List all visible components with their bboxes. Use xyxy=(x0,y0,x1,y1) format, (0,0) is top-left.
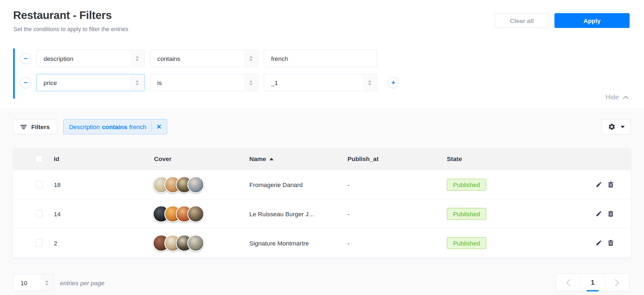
edit-icon[interactable] xyxy=(596,210,602,217)
prev-page-button[interactable] xyxy=(556,274,580,291)
filter-tag-value: french xyxy=(129,123,146,130)
filter-icon xyxy=(21,125,27,129)
filter-group-bar xyxy=(13,48,15,99)
page-title: Restaurant - Filters xyxy=(13,9,112,22)
delete-icon[interactable] xyxy=(607,181,614,188)
active-page-indicator xyxy=(587,290,599,291)
filter-field-select[interactable]: description xyxy=(36,50,145,67)
select-spinner-icon xyxy=(363,75,376,90)
cover-image xyxy=(187,234,204,251)
tag-divider xyxy=(151,123,152,131)
filter-field-value: description xyxy=(44,55,73,62)
filter-operator-select[interactable]: is xyxy=(150,74,258,91)
header-actions: Clear all Apply xyxy=(495,13,630,28)
cell-id: 14 xyxy=(54,210,154,217)
filter-value-input[interactable] xyxy=(264,50,377,67)
list-view: Filters Description contains french × xyxy=(0,109,644,295)
header-cell-id[interactable]: Id xyxy=(54,155,154,162)
hide-filters-link[interactable]: Hide xyxy=(605,94,629,101)
table-row[interactable]: 14 Le Ruisseau Burger J… - Published xyxy=(13,199,631,228)
header-cell-cover[interactable]: Cover xyxy=(154,155,249,162)
filters-panel: Restaurant - Filters Set the conditions … xyxy=(0,0,644,109)
hide-label: Hide xyxy=(605,94,619,101)
cell-id: 18 xyxy=(54,181,154,188)
entries-table: Id Cover Name Publish_at State 18 Fromag… xyxy=(13,148,631,257)
row-checkbox[interactable] xyxy=(35,210,43,217)
status-badge: Published xyxy=(447,237,486,249)
chevron-up-icon xyxy=(623,95,629,99)
table-header-row: Id Cover Name Publish_at State xyxy=(13,148,631,170)
cover-avatars xyxy=(153,176,249,193)
entries-per-page-label: entries per page xyxy=(60,274,105,291)
select-spinner-icon xyxy=(244,75,257,90)
row-checkbox[interactable] xyxy=(35,239,43,247)
gear-icon xyxy=(608,123,616,131)
remove-filter-button[interactable]: − xyxy=(20,77,31,88)
page-button-1[interactable]: 1 xyxy=(580,274,605,291)
select-spinner-icon xyxy=(130,51,144,66)
header-cell-state[interactable]: State xyxy=(447,155,582,162)
filter-row: − description contains xyxy=(20,50,404,67)
delete-icon[interactable] xyxy=(607,240,614,246)
pagination: 1 xyxy=(556,274,630,292)
table-row[interactable]: 18 Fromagerie Danard - Published xyxy=(13,170,631,199)
filters-button-label: Filters xyxy=(31,123,49,130)
header-cell-name[interactable]: Name xyxy=(249,155,348,162)
filter-builder: − description contains − price xyxy=(13,48,404,98)
remove-tag-icon[interactable]: × xyxy=(157,123,161,131)
chevron-right-icon xyxy=(615,279,619,286)
settings-dropdown-button[interactable] xyxy=(602,119,631,134)
cover-image xyxy=(187,205,204,222)
filter-tag-operator: contains xyxy=(102,123,127,130)
select-all-checkbox[interactable] xyxy=(35,155,43,162)
filter-field-value: price xyxy=(44,79,57,86)
cell-publish-at: - xyxy=(348,210,447,217)
cell-name: Le Ruisseau Burger J… xyxy=(249,210,348,217)
filter-field-select[interactable]: price xyxy=(36,74,145,91)
sort-asc-icon xyxy=(269,158,273,160)
select-spinner-icon xyxy=(130,75,144,90)
row-checkbox[interactable] xyxy=(35,181,43,188)
filters-button[interactable]: Filters xyxy=(13,119,57,134)
filter-tag-field: Description xyxy=(69,123,100,130)
cell-publish-at: - xyxy=(348,240,447,247)
header-cell-select-all xyxy=(13,155,54,162)
filter-row: − price is _1 + xyxy=(20,74,404,91)
edit-icon[interactable] xyxy=(596,240,602,246)
table-row[interactable]: 2 Signature Montmartre - Published xyxy=(13,228,631,257)
page-size-select[interactable]: 10 xyxy=(13,274,54,291)
cover-avatars xyxy=(153,234,249,251)
cell-publish-at: - xyxy=(348,181,447,188)
apply-button[interactable]: Apply xyxy=(554,13,630,28)
header-cell-publish-at[interactable]: Publish_at xyxy=(348,155,447,162)
cover-avatars xyxy=(153,205,249,222)
cell-name: Signature Montmartre xyxy=(249,240,348,247)
add-filter-button[interactable]: + xyxy=(388,77,399,88)
select-spinner-icon xyxy=(41,275,52,291)
next-page-button[interactable] xyxy=(605,274,629,291)
select-spinner-icon xyxy=(244,51,257,66)
clear-all-button[interactable]: Clear all xyxy=(495,13,549,28)
page: Restaurant - Filters Set the conditions … xyxy=(0,0,644,295)
toolbar: Filters Description contains french × xyxy=(13,119,631,134)
edit-icon[interactable] xyxy=(596,181,602,188)
remove-filter-button[interactable]: − xyxy=(20,53,31,64)
cover-image xyxy=(187,176,204,193)
filter-tag[interactable]: Description contains french × xyxy=(63,119,167,134)
current-page-number: 1 xyxy=(591,279,595,286)
filter-value-select[interactable]: _1 xyxy=(264,74,377,91)
delete-icon[interactable] xyxy=(607,210,614,217)
filter-operator-select[interactable]: contains xyxy=(150,50,258,67)
cell-name: Fromagerie Danard xyxy=(249,181,348,188)
filter-operator-value: is xyxy=(157,79,162,86)
page-size-value: 10 xyxy=(21,279,27,286)
cell-id: 2 xyxy=(54,240,154,247)
status-badge: Published xyxy=(447,179,486,191)
page-subtitle: Set the conditions to apply to filter th… xyxy=(14,26,128,32)
chevron-left-icon xyxy=(566,279,570,286)
filter-value: _1 xyxy=(271,79,278,86)
filter-operator-value: contains xyxy=(157,55,180,62)
status-badge: Published xyxy=(447,208,486,220)
chevron-down-icon xyxy=(620,126,625,128)
